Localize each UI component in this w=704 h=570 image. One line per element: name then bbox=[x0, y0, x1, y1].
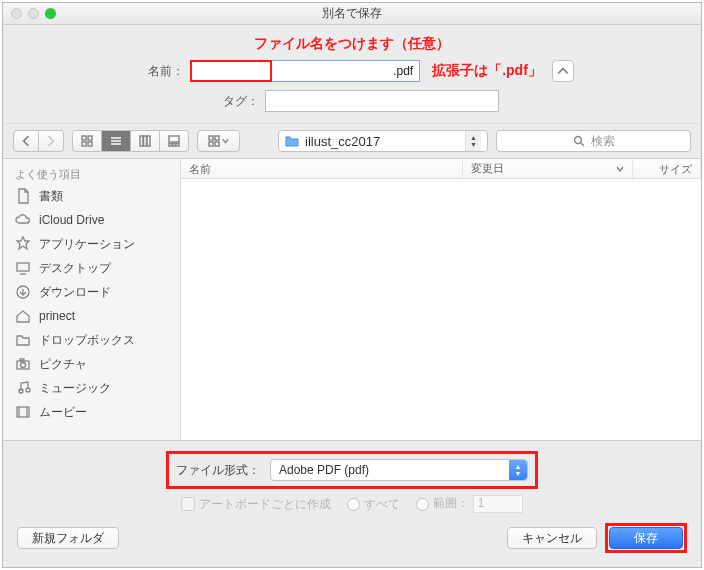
file-format-value: Adobe PDF (pdf) bbox=[279, 463, 369, 477]
svg-rect-20 bbox=[17, 263, 29, 271]
view-icons-button[interactable] bbox=[72, 130, 102, 152]
cancel-button[interactable]: キャンセル bbox=[507, 527, 597, 549]
nav-forward-button[interactable] bbox=[39, 130, 64, 152]
save-label: 保存 bbox=[634, 530, 658, 547]
location-label: illust_cc2017 bbox=[305, 134, 380, 149]
column-view-icon bbox=[139, 135, 151, 147]
folder-icon bbox=[285, 135, 299, 147]
sidebar-item-label: ダウンロード bbox=[39, 284, 111, 301]
svg-rect-9 bbox=[147, 136, 150, 146]
sidebar-item-desktop[interactable]: デスクトップ bbox=[3, 256, 180, 280]
view-list-button[interactable] bbox=[102, 130, 131, 152]
chevron-left-icon bbox=[20, 135, 32, 147]
movie-icon bbox=[15, 404, 31, 420]
grid-icon bbox=[208, 135, 220, 147]
filename-input[interactable]: .pdf bbox=[190, 60, 420, 82]
sidebar-item-icloud[interactable]: iCloud Drive bbox=[3, 208, 180, 232]
svg-rect-7 bbox=[140, 136, 143, 146]
sidebar-item-dropbox[interactable]: ドロップボックス bbox=[3, 328, 180, 352]
sidebar-item-downloads[interactable]: ダウンロード bbox=[3, 280, 180, 304]
icon-view-icon bbox=[81, 135, 93, 147]
window-title: 別名で保存 bbox=[3, 5, 701, 22]
svg-rect-15 bbox=[215, 136, 219, 140]
artboard-each-checkbox bbox=[181, 497, 195, 511]
expand-toggle[interactable] bbox=[552, 60, 574, 82]
svg-point-18 bbox=[574, 137, 581, 144]
artboard-each-label: アートボードごとに作成 bbox=[199, 497, 331, 511]
save-button[interactable]: 保存 bbox=[609, 527, 683, 549]
view-gallery-button[interactable] bbox=[160, 130, 189, 152]
sidebar-item-prinect[interactable]: prinect bbox=[3, 304, 180, 328]
sidebar-item-label: ドロップボックス bbox=[39, 332, 135, 349]
column-size[interactable]: サイズ bbox=[633, 159, 701, 178]
svg-rect-8 bbox=[144, 136, 147, 146]
svg-rect-25 bbox=[20, 359, 24, 361]
svg-rect-0 bbox=[82, 136, 86, 140]
svg-rect-11 bbox=[169, 144, 172, 147]
name-label: 名前： bbox=[130, 63, 184, 80]
svg-rect-1 bbox=[88, 136, 92, 140]
list-header[interactable]: 名前 変更日 サイズ bbox=[181, 159, 701, 179]
search-input[interactable]: 検索 bbox=[496, 130, 691, 152]
search-placeholder: 検索 bbox=[591, 133, 615, 150]
svg-rect-2 bbox=[82, 142, 86, 146]
home-icon bbox=[15, 308, 31, 324]
svg-rect-10 bbox=[169, 136, 179, 142]
svg-rect-16 bbox=[209, 142, 213, 146]
sidebar-item-movies[interactable]: ムービー bbox=[3, 400, 180, 424]
artboard-range-input: 1 bbox=[473, 495, 523, 513]
new-folder-label: 新規フォルダ bbox=[32, 530, 104, 547]
chevron-down-icon bbox=[616, 163, 624, 175]
artboard-all-group: すべて bbox=[347, 496, 400, 513]
nav-back-button[interactable] bbox=[13, 130, 39, 152]
sidebar-item-documents[interactable]: 書類 bbox=[3, 184, 180, 208]
sidebar-item-applications[interactable]: アプリケーション bbox=[3, 232, 180, 256]
new-folder-button[interactable]: 新規フォルダ bbox=[17, 527, 119, 549]
list-view-icon bbox=[110, 135, 122, 147]
gallery-view-icon bbox=[168, 135, 180, 147]
music-icon bbox=[15, 380, 31, 396]
sidebar-item-pictures[interactable]: ピクチャ bbox=[3, 352, 180, 376]
sidebar-item-label: デスクトップ bbox=[39, 260, 111, 277]
chevron-down-icon bbox=[222, 135, 229, 147]
svg-rect-3 bbox=[88, 142, 92, 146]
view-columns-button[interactable] bbox=[131, 130, 160, 152]
arrange-button[interactable] bbox=[197, 130, 240, 152]
location-popup[interactable]: illust_cc2017 ▲▼ bbox=[278, 130, 488, 152]
tag-input[interactable] bbox=[265, 90, 499, 112]
file-list bbox=[181, 179, 701, 440]
artboard-range-label: 範囲： bbox=[433, 496, 469, 510]
applications-icon bbox=[15, 236, 31, 252]
tag-label: タグ： bbox=[205, 93, 259, 110]
artboard-range-radio bbox=[416, 498, 429, 511]
chevron-up-icon bbox=[557, 65, 569, 77]
svg-rect-17 bbox=[215, 142, 219, 146]
desktop-icon bbox=[15, 260, 31, 276]
annotation-extension-hint: 拡張子は「.pdf」 bbox=[432, 62, 542, 80]
sidebar-item-music[interactable]: ミュージック bbox=[3, 376, 180, 400]
popup-stepper-icon: ▲▼ bbox=[465, 131, 481, 151]
svg-rect-13 bbox=[176, 144, 179, 147]
column-name[interactable]: 名前 bbox=[181, 159, 463, 178]
search-icon bbox=[573, 135, 585, 147]
file-format-label: ファイル形式： bbox=[176, 462, 260, 479]
sidebar-item-label: ピクチャ bbox=[39, 356, 87, 373]
svg-point-26 bbox=[26, 388, 30, 392]
sidebar-item-label: 書類 bbox=[39, 188, 63, 205]
artboard-all-label: すべて bbox=[364, 497, 400, 511]
sidebar-item-label: iCloud Drive bbox=[39, 213, 104, 227]
folder-icon bbox=[15, 332, 31, 348]
filename-value: .pdf bbox=[393, 64, 413, 78]
column-date[interactable]: 変更日 bbox=[463, 159, 633, 178]
svg-rect-14 bbox=[209, 136, 213, 140]
column-date-label: 変更日 bbox=[471, 161, 504, 176]
annotation-red-box-name bbox=[190, 60, 272, 82]
annotation-red-box-save: 保存 bbox=[605, 523, 687, 553]
file-format-select[interactable]: Adobe PDF (pdf) ▲▼ bbox=[270, 459, 528, 481]
artboard-all-radio bbox=[347, 498, 360, 511]
cloud-icon bbox=[15, 212, 31, 228]
sidebar-item-label: prinect bbox=[39, 309, 75, 323]
artboard-checkbox-group: アートボードごとに作成 bbox=[181, 496, 331, 513]
select-stepper-icon: ▲▼ bbox=[509, 460, 527, 480]
svg-point-24 bbox=[21, 363, 26, 368]
